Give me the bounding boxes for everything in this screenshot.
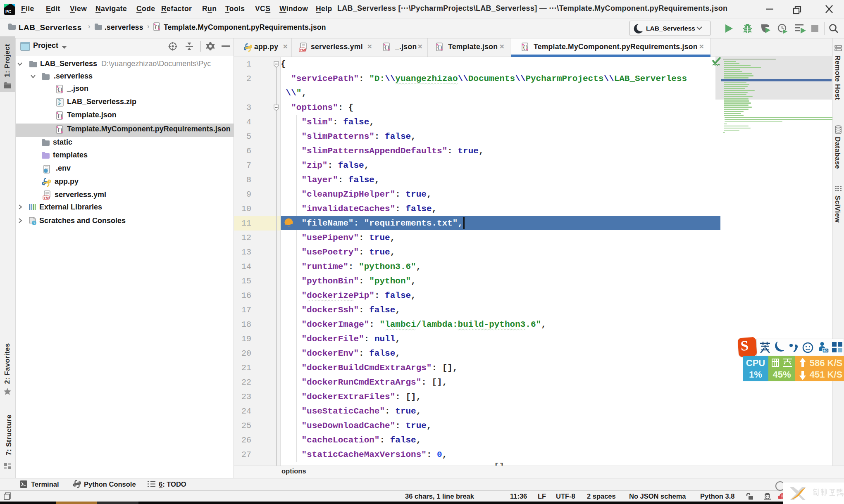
svg-text:YML: YML (300, 48, 307, 52)
svg-text:60: 60 (823, 349, 827, 353)
svg-text:PC: PC (5, 10, 11, 14)
svg-text:YML: YML (43, 196, 51, 200)
